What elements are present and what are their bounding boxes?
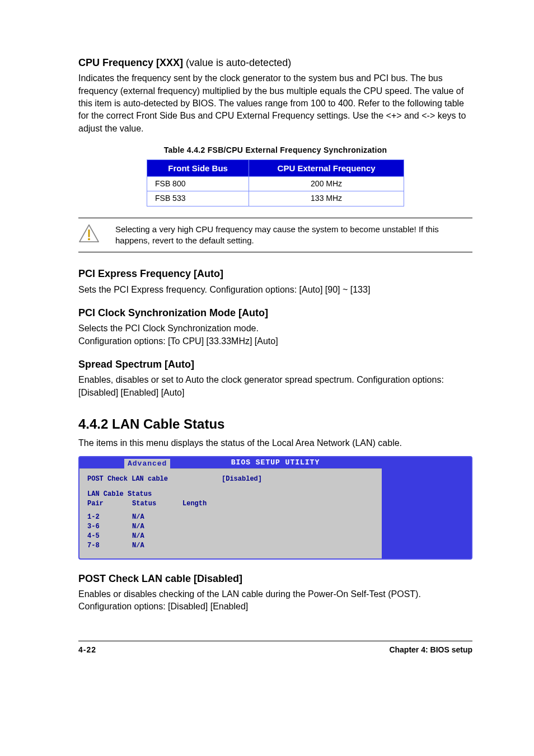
bios-row: 3-6 N/A <box>87 522 374 532</box>
table-row: FSB 533 133 MHz <box>147 191 404 206</box>
cpu-frequency-section: CPU Frequency [XXX] (value is auto-detec… <box>78 56 472 135</box>
lan-cable-status-heading: 4.4.2 LAN Cable Status <box>78 415 472 434</box>
bios-cell <box>182 541 227 551</box>
fsb-cell: 133 MHz <box>249 191 404 206</box>
pci-express-heading: PCI Express Frequency [Auto] <box>78 267 472 281</box>
bios-cell: 3-6 <box>87 522 132 532</box>
bios-row: 7-8 N/A <box>87 541 374 551</box>
cpu-frequency-body: Indicates the frequency sent by the cloc… <box>78 72 472 135</box>
bios-cell: 1-2 <box>87 513 132 522</box>
fsb-cell: 200 MHz <box>249 176 404 191</box>
bios-advanced-tab: Advanced <box>124 459 170 469</box>
pci-express-body: Sets the PCI Express frequency. Configur… <box>78 284 472 296</box>
fsb-table-body: FSB 800 200 MHz FSB 533 133 MHz <box>147 176 404 206</box>
chapter-label: Chapter 4: BIOS setup <box>389 645 472 656</box>
page-footer: 4-22 Chapter 4: BIOS setup <box>78 641 472 656</box>
fsb-cell: FSB 800 <box>147 176 249 191</box>
heading-text-suffix: (value is auto-detected) <box>186 57 291 68</box>
bios-cell <box>182 532 227 541</box>
post-check-body: Enables or disables checking of the LAN … <box>78 588 472 613</box>
cpu-frequency-heading: CPU Frequency [XXX] (value is auto-detec… <box>78 56 472 70</box>
bios-subheading: LAN Cable Status <box>87 490 374 499</box>
pci-clock-body: Selects the PCI Clock Synchronization mo… <box>78 322 472 348</box>
page-number: 4-22 <box>78 645 96 656</box>
spread-spectrum-section: Spread Spectrum [Auto] Enables, disables… <box>78 358 472 399</box>
bios-cell: N/A <box>132 532 182 541</box>
bios-panel: BIOS SETUP UTILITY Advanced POST Check L… <box>78 456 472 560</box>
pci-clock-section: PCI Clock Synchronization Mode [Auto] Se… <box>78 306 472 348</box>
post-check-section: POST Check LAN cable [Disabled] Enables … <box>78 572 472 613</box>
post-check-heading: POST Check LAN cable [Disabled] <box>78 572 472 586</box>
bios-cell: 7-8 <box>87 541 132 551</box>
bios-title: BIOS SETUP UTILITY <box>231 458 320 467</box>
warning-text: Selecting a very high CPU frequency may … <box>115 224 472 247</box>
bios-cell: N/A <box>132 541 182 551</box>
pci-clock-heading: PCI Clock Synchronization Mode [Auto] <box>78 306 472 320</box>
bios-col-length: Length <box>182 499 227 509</box>
warning-icon <box>78 224 100 246</box>
bios-row: 1-2 N/A <box>87 513 374 522</box>
bios-item-value: [Disabled] <box>222 475 262 484</box>
fsb-table: Front Side Bus CPU External Frequency FS… <box>147 159 404 206</box>
bios-right-pane <box>382 468 471 558</box>
bios-col-status: Status <box>132 499 182 509</box>
bios-cell: 4-5 <box>87 532 132 541</box>
spread-spectrum-body: Enables, disables or set to Auto the clo… <box>78 374 472 399</box>
fsb-cell: FSB 533 <box>147 191 249 206</box>
bios-col-pair: Pair <box>87 499 132 509</box>
bios-item-row: POST Check LAN cable [Disabled] <box>87 475 374 484</box>
warning-note: Selecting a very high CPU frequency may … <box>78 218 472 253</box>
bios-item-label: POST Check LAN cable <box>87 475 222 484</box>
bios-column-headers: Pair Status Length <box>87 499 374 509</box>
bios-cell: N/A <box>132 513 182 522</box>
fsb-table-head-2: CPU External Frequency <box>249 159 404 176</box>
bios-title-row: BIOS SETUP UTILITY Advanced <box>79 457 471 468</box>
bios-cell <box>182 513 227 522</box>
spread-spectrum-heading: Spread Spectrum [Auto] <box>78 358 472 372</box>
fsb-table-head-1: Front Side Bus <box>147 159 249 176</box>
bios-cell <box>182 522 227 532</box>
bios-left-pane: POST Check LAN cable [Disabled] LAN Cabl… <box>79 468 382 558</box>
bios-row: 4-5 N/A <box>87 532 374 541</box>
fsb-table-caption: Table 4.4.2 FSB/CPU External Frequency S… <box>78 145 472 156</box>
bios-body: POST Check LAN cable [Disabled] LAN Cabl… <box>79 468 471 558</box>
bios-cell: N/A <box>132 522 182 532</box>
lan-cable-status-body: The items in this menu displays the stat… <box>78 437 472 449</box>
heading-text-prefix: CPU Frequency [XXX] <box>78 57 186 68</box>
table-row: FSB 800 200 MHz <box>147 176 404 191</box>
pci-express-section: PCI Express Frequency [Auto] Sets the PC… <box>78 267 472 296</box>
svg-point-2 <box>88 238 90 240</box>
